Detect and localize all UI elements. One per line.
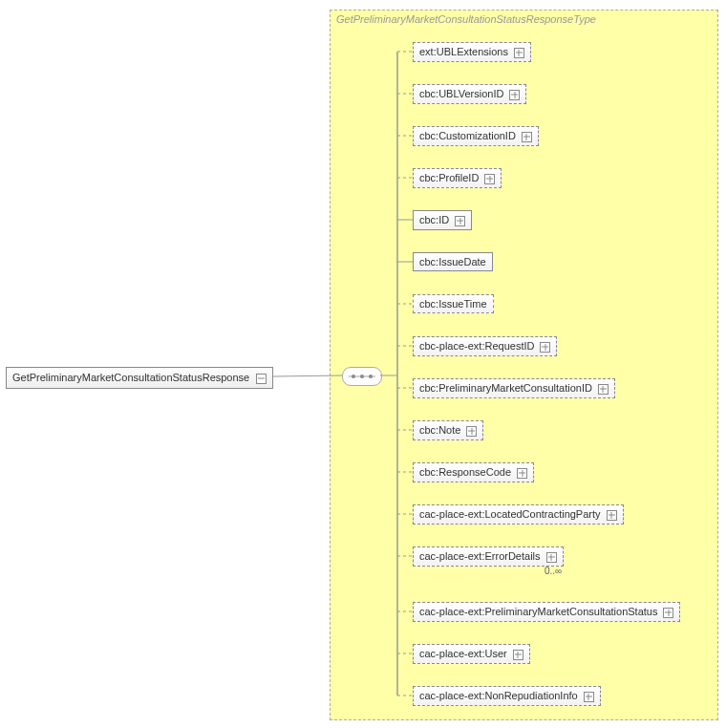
- schema-element[interactable]: cbc:Note: [413, 420, 483, 440]
- expand-icon[interactable]: [509, 90, 520, 100]
- expand-icon[interactable]: [517, 468, 527, 479]
- schema-element-label: cbc:ResponseCode: [419, 466, 511, 478]
- schema-element-label: cbc-place-ext:RequestID: [419, 340, 534, 352]
- schema-element-label: cbc:ProfileID: [419, 172, 479, 183]
- expand-icon[interactable]: [607, 510, 617, 521]
- schema-element-label: cac-place-ext:ErrorDetails: [419, 550, 541, 562]
- schema-element[interactable]: cac-place-ext:LocatedContractingParty: [413, 504, 624, 525]
- schema-element-label: cbc:IssueDate: [419, 256, 486, 268]
- root-element[interactable]: GetPreliminaryMarketConsultationStatusRe…: [6, 367, 273, 389]
- expand-icon[interactable]: [513, 650, 523, 660]
- schema-element[interactable]: cac-place-ext:ErrorDetails: [413, 546, 564, 567]
- schema-element[interactable]: cac-place-ext:User: [413, 644, 530, 664]
- collapse-icon[interactable]: [256, 374, 267, 384]
- expand-icon[interactable]: [455, 216, 465, 226]
- complex-type-name: GetPreliminaryMarketConsultationStatusRe…: [336, 13, 596, 25]
- expand-icon[interactable]: [584, 692, 594, 702]
- schema-element[interactable]: cbc:ResponseCode: [413, 462, 534, 482]
- expand-icon[interactable]: [663, 608, 673, 618]
- schema-element[interactable]: cac-place-ext:NonRepudiationInfo: [413, 686, 601, 706]
- schema-element[interactable]: cbc:IssueTime: [413, 294, 494, 313]
- sequence-compositor[interactable]: [342, 367, 382, 386]
- schema-element-label: cac-place-ext:NonRepudiationInfo: [419, 690, 578, 701]
- schema-element-label: cbc:IssueTime: [419, 298, 487, 310]
- schema-element[interactable]: cac-place-ext:PreliminaryMarketConsultat…: [413, 602, 680, 622]
- schema-element[interactable]: cbc:ID: [413, 210, 472, 230]
- schema-element[interactable]: cbc:CustomizationID: [413, 126, 539, 146]
- schema-element-label: cac-place-ext:PreliminaryMarketConsultat…: [419, 606, 657, 617]
- expand-icon[interactable]: [484, 174, 495, 184]
- expand-icon[interactable]: [466, 426, 477, 437]
- schema-element-label: cbc:UBLVersionID: [419, 88, 503, 99]
- occurrence-indicator: 0..∞: [544, 566, 562, 576]
- schema-element-label: cbc:PreliminaryMarketConsultationID: [419, 382, 592, 394]
- schema-element-label: cbc:CustomizationID: [419, 130, 516, 141]
- expand-icon[interactable]: [540, 342, 550, 353]
- schema-element-label: cbc:ID: [419, 214, 449, 225]
- schema-element[interactable]: cbc:IssueDate: [413, 252, 493, 271]
- schema-element-label: cbc:Note: [419, 424, 460, 436]
- expand-icon[interactable]: [546, 552, 557, 563]
- schema-element-label: cac-place-ext:User: [419, 648, 507, 659]
- expand-icon[interactable]: [514, 48, 524, 58]
- schema-element[interactable]: cbc:PreliminaryMarketConsultationID: [413, 378, 615, 398]
- expand-icon[interactable]: [598, 384, 609, 395]
- root-element-label: GetPreliminaryMarketConsultationStatusRe…: [12, 372, 249, 383]
- schema-element[interactable]: cbc:UBLVersionID: [413, 84, 526, 104]
- schema-element[interactable]: cbc-place-ext:RequestID: [413, 336, 557, 356]
- schema-element-label: cac-place-ext:LocatedContractingParty: [419, 508, 601, 520]
- schema-element-label: ext:UBLExtensions: [419, 46, 508, 57]
- schema-element[interactable]: ext:UBLExtensions: [413, 42, 531, 62]
- expand-icon[interactable]: [522, 132, 532, 142]
- schema-element[interactable]: cbc:ProfileID: [413, 168, 502, 188]
